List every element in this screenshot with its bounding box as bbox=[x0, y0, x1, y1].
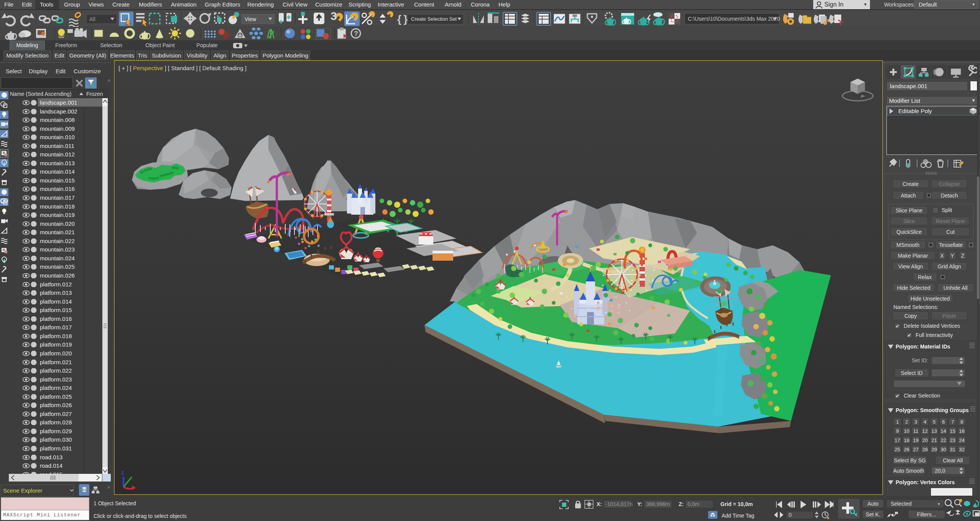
svg-text:[ + ] [ Perspective ] [ Standa: [ + ] [ Perspective ] [ Standard ] [ Def… bbox=[118, 65, 247, 71]
svg-text:{ }: { } bbox=[397, 13, 408, 25]
svg-text:z: z bbox=[121, 469, 124, 476]
svg-text:Create Selection Set: Create Selection Set bbox=[411, 16, 457, 22]
svg-text:View: View bbox=[245, 16, 257, 22]
svg-text:?: ? bbox=[354, 30, 358, 38]
svg-text:❄: ❄ bbox=[1, 189, 6, 195]
svg-text:All: All bbox=[89, 16, 95, 22]
svg-text:3: 3 bbox=[331, 10, 337, 22]
svg-text:C:\Users\10\Documents\3ds Max: C:\Users\10\Documents\3ds Max 2020 bbox=[688, 16, 780, 22]
